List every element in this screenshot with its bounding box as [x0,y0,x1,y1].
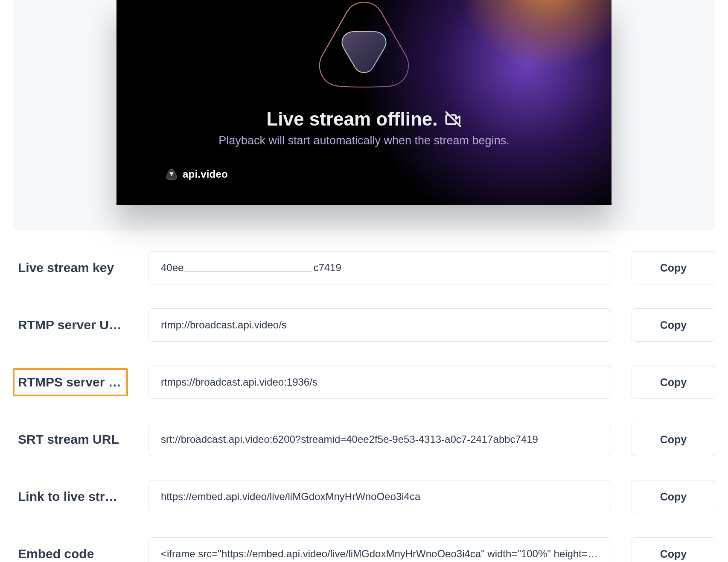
offline-subtitle: Playback will start automatically when t… [218,134,509,147]
field-value-text: srt://broadcast.api.video:6200?streamid=… [161,433,599,445]
copy-button[interactable]: Copy [632,423,715,456]
field-value-text: https://embed.api.video/live/liMGdoxMnyH… [161,491,599,503]
copy-button[interactable]: Copy [632,308,715,342]
field-label: Live stream key [13,254,128,282]
field-value[interactable]: https://embed.api.video/live/liMGdoxMnyH… [149,480,611,513]
offline-title: Live stream offline. [266,108,437,130]
field-row: RTMP server URLrtmp://broadcast.api.vide… [13,308,715,342]
api-video-logo-icon [313,0,415,96]
video-player[interactable]: Live stream offline. Playback will start… [116,0,612,205]
copy-button[interactable]: Copy [632,480,715,513]
field-row: Embed code<iframe src="https://embed.api… [13,537,715,562]
field-label: RTMPS server U… [13,368,128,396]
field-value-text: rtmp://broadcast.api.video/s [161,319,599,331]
field-label: SRT stream URL [13,425,128,454]
field-row: Link to live stre…https://embed.api.vide… [13,480,715,513]
field-label: Link to live stre… [13,483,128,511]
field-value-text: rtmps://broadcast.api.video:1936/s [161,376,599,388]
field-value-text: 40eec7419 [161,262,599,274]
field-row: SRT stream URLsrt://broadcast.api.video:… [13,423,715,456]
offline-status-line: Live stream offline. [266,108,461,130]
field-value[interactable]: srt://broadcast.api.video:6200?streamid=… [149,423,611,456]
copy-button[interactable]: Copy [632,537,715,562]
stream-fields: Live stream key40eec7419CopyRTMP server … [13,231,715,562]
field-label: RTMP server URL [13,311,128,339]
field-value[interactable]: 40eec7419 [149,251,611,284]
copy-button[interactable]: Copy [632,366,715,399]
player-hero-container: Live stream offline. Playback will start… [13,0,715,231]
camera-off-icon [445,111,462,128]
field-label: Embed code [13,540,128,562]
copy-button[interactable]: Copy [632,251,715,284]
field-value[interactable]: <iframe src="https://embed.api.video/liv… [149,537,611,562]
field-row: RTMPS server U…rtmps://broadcast.api.vid… [13,366,715,399]
redacted-segment [184,271,312,272]
field-value-text: <iframe src="https://embed.api.video/liv… [161,548,599,560]
field-value[interactable]: rtmp://broadcast.api.video/s [149,308,611,342]
field-row: Live stream key40eec7419Copy [13,251,715,284]
field-value[interactable]: rtmps://broadcast.api.video:1936/s [149,366,611,399]
